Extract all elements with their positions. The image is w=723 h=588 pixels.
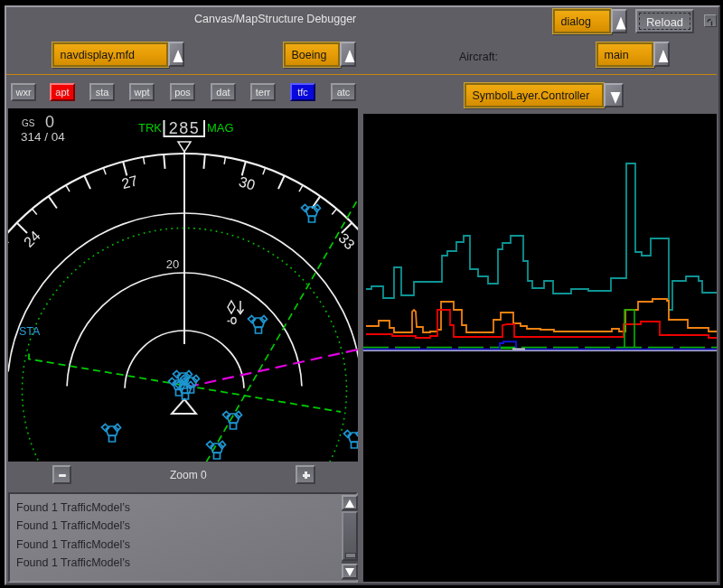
svg-text:314 / 04: 314 / 04 <box>21 130 65 144</box>
svg-text:30: 30 <box>237 173 257 192</box>
svg-text:20: 20 <box>166 257 179 271</box>
svg-text:285: 285 <box>169 119 201 137</box>
svg-text:GS: GS <box>22 118 35 128</box>
svg-text:MAG: MAG <box>207 121 234 135</box>
svg-text:TRK: TRK <box>138 121 162 135</box>
svg-text:27: 27 <box>120 173 140 191</box>
svg-text:STA: STA <box>19 325 41 338</box>
svg-text:0: 0 <box>45 113 54 131</box>
